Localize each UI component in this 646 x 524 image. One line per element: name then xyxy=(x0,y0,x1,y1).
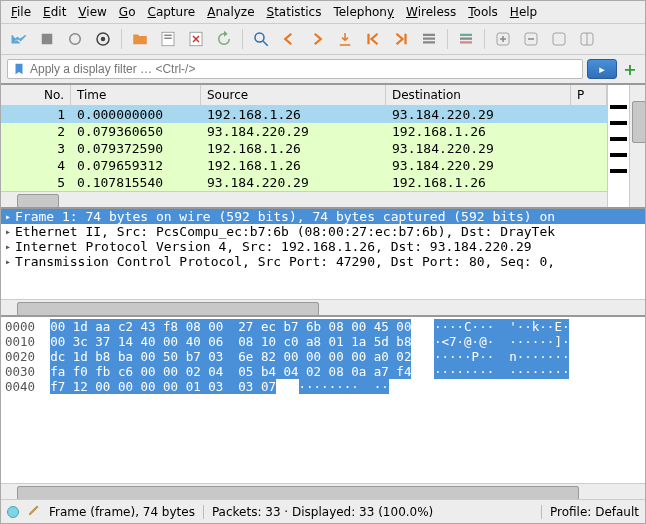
packet-list-header[interactable]: No. Time Source Destination P xyxy=(1,85,607,106)
filter-apply-button[interactable]: ▸ xyxy=(587,59,617,79)
status-profile[interactable]: Profile: Default xyxy=(550,505,639,519)
col-no[interactable]: No. xyxy=(1,85,71,105)
bookmark-icon xyxy=(12,62,26,76)
status-packets: Packets: 33 · Displayed: 33 (100.0%) xyxy=(212,505,533,519)
svg-rect-0 xyxy=(42,34,53,45)
hex-row[interactable]: 0020 dc 1d b8 ba 00 50 b7 03 6e 82 00 00… xyxy=(5,349,641,364)
svg-rect-12 xyxy=(423,41,435,43)
open-file-icon[interactable] xyxy=(128,27,152,51)
capture-options-icon[interactable] xyxy=(91,27,115,51)
edit-capture-comment-icon[interactable] xyxy=(27,503,41,520)
auto-scroll-icon[interactable] xyxy=(417,27,441,51)
detail-row[interactable]: ▸Transmission Control Protocol, Src Port… xyxy=(1,254,645,269)
detail-row[interactable]: ▸Frame 1: 74 bytes on wire (592 bits), 7… xyxy=(1,209,645,224)
menu-go[interactable]: Go xyxy=(115,3,140,21)
go-forward-icon[interactable] xyxy=(305,27,329,51)
packet-row[interactable]: 30.079372590192.168.1.2693.184.220.29 xyxy=(1,140,607,157)
col-destination[interactable]: Destination xyxy=(386,85,571,105)
menu-capture[interactable]: Capture xyxy=(143,3,199,21)
packet-list-vscroll[interactable] xyxy=(629,85,645,207)
svg-rect-5 xyxy=(164,35,172,37)
hex-row[interactable]: 0030 fa f0 fb c6 00 00 02 04 05 b4 04 02… xyxy=(5,364,641,379)
display-filter-input[interactable] xyxy=(30,62,578,76)
col-time[interactable]: Time xyxy=(71,85,201,105)
col-protocol[interactable]: P xyxy=(571,85,607,105)
jump-to-icon[interactable] xyxy=(333,27,357,51)
menu-wireless[interactable]: Wireless xyxy=(402,3,460,21)
status-bar: Frame (frame), 74 bytes Packets: 33 · Di… xyxy=(1,499,645,523)
packet-details-pane: ▸Frame 1: 74 bytes on wire (592 bits), 7… xyxy=(1,209,645,317)
hex-row[interactable]: 0040 f7 12 00 00 00 00 01 03 03 07 ·····… xyxy=(5,379,641,394)
details-hscroll[interactable] xyxy=(1,299,645,315)
reload-icon[interactable] xyxy=(212,27,236,51)
svg-rect-18 xyxy=(553,33,565,45)
detail-row[interactable]: ▸Internet Protocol Version 4, Src: 192.1… xyxy=(1,239,645,254)
svg-rect-6 xyxy=(164,38,172,40)
packet-list-pane: No. Time Source Destination P 10.0000000… xyxy=(1,85,645,209)
svg-rect-11 xyxy=(423,38,435,40)
zoom-reset-icon[interactable] xyxy=(547,27,571,51)
stop-capture-icon[interactable] xyxy=(35,27,59,51)
menu-statistics[interactable]: Statistics xyxy=(263,3,326,21)
filter-input-wrap[interactable] xyxy=(7,59,583,79)
detail-row[interactable]: ▸Ethernet II, Src: PcsCompu_ec:b7:6b (08… xyxy=(1,224,645,239)
svg-rect-13 xyxy=(460,34,472,36)
restart-capture-icon[interactable] xyxy=(63,27,87,51)
expert-info-icon[interactable] xyxy=(7,506,19,518)
hex-pane: 0000 00 1d aa c2 43 f8 08 00 27 ec b7 6b… xyxy=(1,317,645,499)
save-file-icon[interactable] xyxy=(156,27,180,51)
colorize-icon[interactable] xyxy=(454,27,478,51)
hex-hscroll[interactable] xyxy=(1,483,645,499)
svg-point-1 xyxy=(70,34,81,45)
toolbar xyxy=(1,24,645,55)
packet-row[interactable]: 50.10781554093.184.220.29192.168.1.26 xyxy=(1,174,607,191)
start-capture-icon[interactable] xyxy=(7,27,31,51)
col-source[interactable]: Source xyxy=(201,85,386,105)
svg-rect-10 xyxy=(423,34,435,36)
menu-file[interactable]: File xyxy=(7,3,35,21)
go-last-icon[interactable] xyxy=(389,27,413,51)
filter-bar: ▸ + xyxy=(1,55,645,85)
menubar: File Edit View Go Capture Analyze Statis… xyxy=(1,1,645,24)
packet-row[interactable]: 20.07936065093.184.220.29192.168.1.26 xyxy=(1,123,607,140)
svg-rect-14 xyxy=(460,38,472,40)
svg-point-3 xyxy=(101,37,106,42)
menu-analyze[interactable]: Analyze xyxy=(203,3,258,21)
menu-telephony[interactable]: Telephony xyxy=(329,3,398,21)
hex-row[interactable]: 0010 00 3c 37 14 40 00 40 06 08 10 c0 a8… xyxy=(5,334,641,349)
svg-rect-15 xyxy=(460,41,472,43)
packet-list-hscroll[interactable] xyxy=(1,191,607,207)
filter-add-button[interactable]: + xyxy=(621,60,639,78)
minimap[interactable] xyxy=(608,85,629,207)
svg-point-8 xyxy=(255,33,264,42)
go-back-icon[interactable] xyxy=(277,27,301,51)
close-file-icon[interactable] xyxy=(184,27,208,51)
packet-row[interactable]: 40.079659312192.168.1.2693.184.220.29 xyxy=(1,157,607,174)
go-first-icon[interactable] xyxy=(361,27,385,51)
menu-tools[interactable]: Tools xyxy=(464,3,502,21)
svg-line-9 xyxy=(263,41,268,46)
packet-row[interactable]: 10.000000000192.168.1.2693.184.220.29 xyxy=(1,106,607,123)
packet-minimap xyxy=(607,85,645,207)
zoom-out-icon[interactable] xyxy=(519,27,543,51)
zoom-in-icon[interactable] xyxy=(491,27,515,51)
packet-rows[interactable]: 10.000000000192.168.1.2693.184.220.2920.… xyxy=(1,106,607,191)
menu-edit[interactable]: Edit xyxy=(39,3,70,21)
status-frame: Frame (frame), 74 bytes xyxy=(49,505,195,519)
hex-row[interactable]: 0000 00 1d aa c2 43 f8 08 00 27 ec b7 6b… xyxy=(5,319,641,334)
hex-rows[interactable]: 0000 00 1d aa c2 43 f8 08 00 27 ec b7 6b… xyxy=(1,317,645,396)
menu-help[interactable]: Help xyxy=(506,3,541,21)
find-packet-icon[interactable] xyxy=(249,27,273,51)
resize-columns-icon[interactable] xyxy=(575,27,599,51)
menu-view[interactable]: View xyxy=(74,3,110,21)
